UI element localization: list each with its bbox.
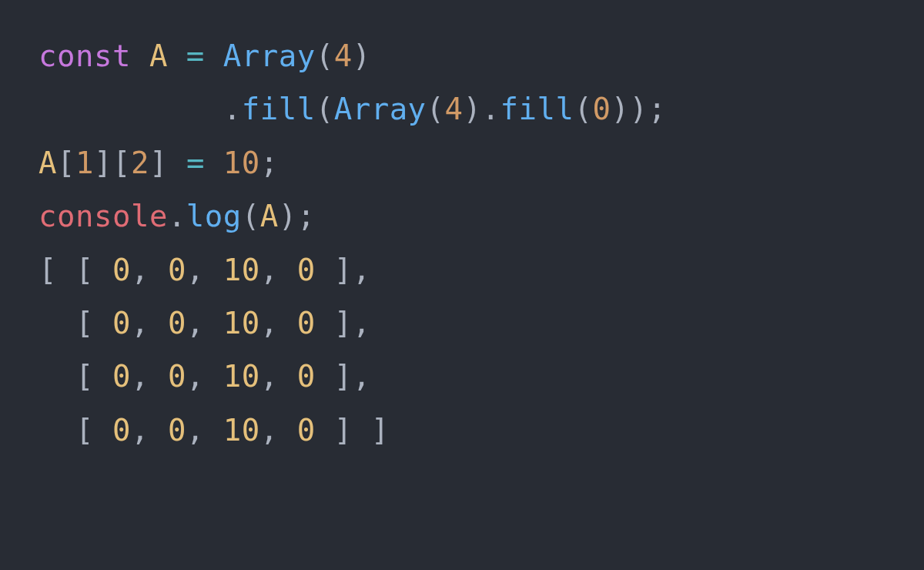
code-token: ] ] [316, 413, 390, 448]
code-token: A [260, 199, 279, 233]
code-token: 0 [112, 253, 131, 287]
code-token: 10 [223, 359, 260, 394]
code-token: 1 [75, 146, 94, 180]
code-token: ( [316, 39, 334, 73]
code-token: [ [38, 359, 112, 394]
code-token: 0 [168, 413, 186, 448]
code-token: , [131, 253, 168, 287]
code-token: ; [260, 146, 279, 180]
code-token: , [131, 306, 168, 340]
code-token: ( [242, 199, 260, 233]
code-token: A [38, 146, 57, 180]
code-token: 10 [223, 413, 260, 448]
code-token: A [149, 39, 168, 73]
code-token: ( [427, 92, 445, 126]
code-token: , [260, 359, 297, 394]
code-token: ], [316, 359, 371, 394]
code-token: 0 [112, 413, 131, 448]
code-token: ). [464, 92, 500, 126]
code-token: , [260, 306, 297, 340]
code-token: , [260, 413, 297, 448]
code-token: 0 [168, 253, 186, 287]
code-token: Array [223, 39, 316, 73]
code-token: ) [353, 39, 371, 73]
code-token: ], [316, 306, 371, 340]
code-token: 0 [168, 306, 186, 340]
code-token: 10 [223, 146, 260, 180]
code-token: 4 [445, 92, 464, 126]
code-token: Array [334, 92, 427, 126]
code-token: 10 [223, 253, 260, 287]
code-token: )); [611, 92, 666, 126]
code-token: 0 [112, 359, 131, 394]
code-token: ( [574, 92, 592, 126]
code-token: const [38, 39, 131, 73]
code-token: , [131, 359, 168, 394]
code-token: , [186, 359, 223, 394]
code-token: [ [38, 413, 112, 448]
code-token: [ [38, 306, 112, 340]
code-token: [ [ [38, 253, 112, 287]
code-token: ], [316, 253, 371, 287]
code-token: ] [149, 146, 186, 180]
code-token: 0 [297, 413, 316, 448]
code-token: 10 [223, 306, 260, 340]
code-token: fill [500, 92, 574, 126]
code-token: , [186, 306, 223, 340]
code-token: 0 [592, 92, 611, 126]
code-token: 0 [297, 359, 316, 394]
code-token: ( [316, 92, 334, 126]
code-token: 4 [334, 39, 353, 73]
code-token: ][ [94, 146, 131, 180]
code-token: 0 [297, 253, 316, 287]
code-token: . [168, 199, 186, 233]
code-block: const A = Array(4) .fill(Array(4).fill(0… [0, 0, 924, 486]
code-token: , [260, 253, 297, 287]
code-token: = [186, 146, 205, 180]
code-token: console [38, 199, 168, 233]
code-token [131, 39, 149, 73]
code-token: 0 [168, 359, 186, 394]
code-token: = [186, 39, 205, 73]
code-token: . [38, 92, 242, 126]
code-token [205, 39, 223, 73]
code-token: log [186, 199, 242, 233]
code-token: 0 [297, 306, 316, 340]
code-token: ); [279, 199, 316, 233]
code-token: 2 [131, 146, 149, 180]
code-token: , [186, 413, 223, 448]
code-token: , [131, 413, 168, 448]
code-token: , [186, 253, 223, 287]
code-token [205, 146, 223, 180]
code-token: fill [242, 92, 316, 126]
code-token: 0 [112, 306, 131, 340]
code-token [168, 39, 186, 73]
code-token: [ [57, 146, 75, 180]
